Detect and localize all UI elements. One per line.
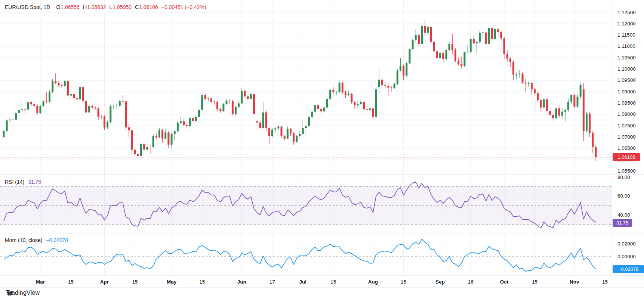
- mom-legend[interactable]: Mom (10, close) −0.02078: [5, 237, 68, 243]
- ohlc-open: O1.06556: [56, 4, 80, 10]
- tradingview-icon: [6, 290, 14, 297]
- chart-root: 1.125001.120001.115001.110001.105001.100…: [0, 0, 644, 300]
- time-axis[interactable]: [0, 276, 644, 288]
- ohlc-low: L1.05950: [110, 4, 132, 10]
- ohlc-high: H1.06632: [83, 4, 106, 10]
- mom-label: Mom (10, close): [5, 237, 42, 243]
- price-axis[interactable]: [612, 0, 644, 276]
- symbol-title: EUR/USD Spot, 1D: [5, 4, 50, 10]
- rsi-value-badge: 31.75: [613, 219, 632, 227]
- mom-line: [4, 239, 596, 271]
- pane-borders: [0, 0, 644, 288]
- rsi-legend[interactable]: RSI (14) 31.75: [5, 179, 41, 185]
- tradingview-logo[interactable]: TradingView: [6, 290, 40, 296]
- change-value: −0.00451 (−0.42%): [161, 4, 206, 10]
- candles-layer: [3, 20, 597, 161]
- chart-canvas[interactable]: 1.125001.120001.115001.110001.105001.100…: [0, 0, 644, 300]
- symbol-legend[interactable]: EUR/USD Spot, 1D O1.06556 H1.06632 L1.05…: [5, 4, 206, 10]
- rsi-label: RSI (14): [5, 179, 24, 185]
- grid-layer: [0, 0, 612, 276]
- mom-value-badge: −0.02078: [613, 265, 644, 273]
- ohlc-close: C1.06106: [135, 4, 158, 10]
- rsi-value: 31.75: [28, 179, 41, 185]
- mom-value: −0.02078: [46, 237, 68, 243]
- rsi-band: [0, 186, 612, 256]
- last-price-badge: 1.06106: [613, 153, 640, 161]
